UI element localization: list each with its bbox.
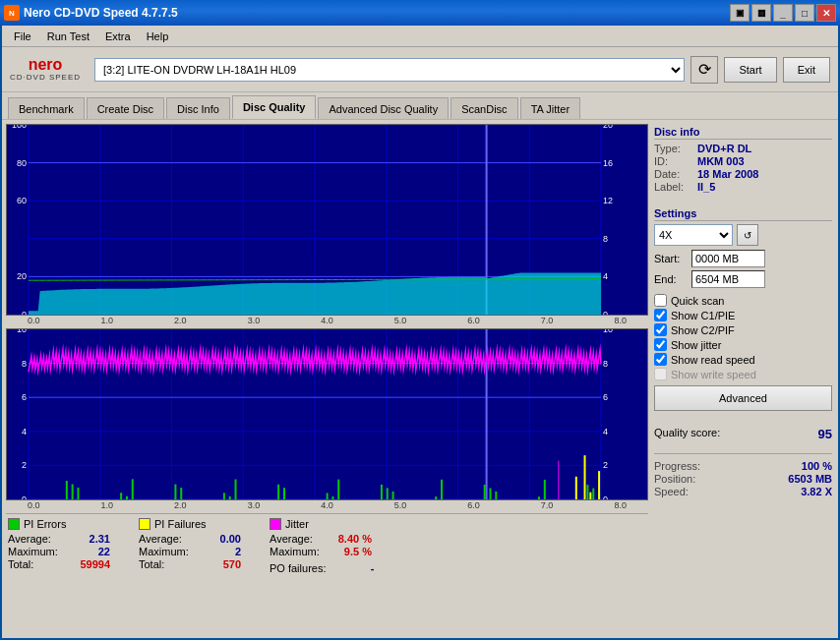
close-button[interactable]: ✕: [816, 4, 836, 22]
start-input-row: Start:: [654, 250, 832, 267]
menu-file[interactable]: File: [6, 29, 39, 44]
maximize-button[interactable]: □: [795, 4, 814, 22]
po-failures-section: PO failures: -: [270, 562, 374, 574]
menu-extra[interactable]: Extra: [97, 29, 139, 44]
advanced-button[interactable]: Advanced: [654, 385, 832, 411]
pi-failures-group: PI Failures Average: 0.00 Maximum: 2 Tot…: [139, 518, 241, 570]
jitter-max-label: Maximum:: [270, 546, 324, 557]
drive-selector[interactable]: [3:2] LITE-ON DVDRW LH-18A1H HL09: [94, 58, 685, 82]
top-x-axis: 0.01.0 2.03.0 4.05.0 6.07.0 8.0: [6, 316, 648, 325]
menu-runtest[interactable]: Run Test: [39, 29, 97, 44]
start-label: Start:: [654, 253, 686, 264]
bottom-chart-canvas: [7, 329, 619, 499]
cb-c2pif: Show C2/PIF: [654, 323, 832, 336]
logo-subtitle: CD·DVD SPEED: [10, 73, 81, 82]
settings-section: Settings 4X ↺ Start: End:: [654, 207, 832, 411]
chart-area: 0.01.0 2.03.0 4.05.0 6.07.0 8.0 0.01.0 2…: [6, 124, 648, 636]
pi-max-label: Maximum:: [8, 546, 62, 557]
quick-scan-checkbox[interactable]: [654, 294, 667, 307]
tab-disc-info[interactable]: Disc Info: [166, 97, 230, 119]
app-logo: nero CD·DVD SPEED: [10, 57, 81, 82]
spacer-2: [654, 415, 832, 419]
show-read-speed-label: Show read speed: [671, 354, 755, 366]
position-row: Position: 6503 MB: [654, 473, 832, 485]
disc-id-row: ID: MKM 003: [654, 155, 832, 167]
show-c2pif-checkbox[interactable]: [654, 323, 667, 336]
right-panel: Disc info Type: DVD+R DL ID: MKM 003 Dat…: [652, 124, 834, 636]
speed-row: Speed: 3.82 X: [654, 486, 832, 497]
progress-label: Progress:: [654, 460, 700, 472]
pi-failures-header: PI Failures: [139, 518, 241, 530]
disc-info-section: Disc info Type: DVD+R DL ID: MKM 003 Dat…: [654, 126, 832, 194]
end-input[interactable]: [691, 270, 765, 288]
disc-id-value: MKM 003: [697, 155, 745, 167]
disc-id-key: ID:: [654, 155, 693, 167]
disc-label-row: Label: II_5: [654, 181, 832, 193]
cb-c1pie: Show C1/PIE: [654, 309, 832, 321]
show-read-speed-checkbox[interactable]: [654, 353, 667, 366]
pif-avg-row: Average: 0.00: [139, 533, 241, 545]
tab-advanced-disc-quality[interactable]: Advanced Disc Quality: [318, 97, 449, 119]
minimize-button[interactable]: _: [773, 4, 793, 22]
pif-avg-value: 0.00: [197, 533, 241, 545]
top-chart-wrapper: 0.01.0 2.03.0 4.05.0 6.07.0 8.0: [6, 124, 648, 325]
speed-value: 3.82 X: [801, 486, 832, 497]
progress-section: Progress: 100 % Position: 6503 MB Speed:…: [654, 460, 832, 498]
jitter-max-value: 9.5 %: [328, 546, 372, 557]
show-c1pie-checkbox[interactable]: [654, 309, 667, 321]
show-jitter-label: Show jitter: [671, 339, 721, 351]
pi-errors-header: PI Errors: [8, 518, 110, 530]
po-failures-value: -: [330, 562, 374, 574]
window-icon-2[interactable]: ▦: [751, 4, 771, 22]
cb-read-speed: Show read speed: [654, 353, 832, 366]
show-write-speed-label: Show write speed: [671, 369, 756, 380]
po-failures-row: PO failures: -: [270, 562, 374, 574]
tab-create-disc[interactable]: Create Disc: [87, 97, 164, 119]
menu-help[interactable]: Help: [139, 29, 177, 44]
refresh-button[interactable]: ⟳: [690, 56, 718, 84]
show-c2pif-label: Show C2/PIF: [671, 324, 735, 336]
jitter-group: Jitter Average: 8.40 % Maximum: 9.5 % PO…: [270, 518, 374, 574]
position-value: 6503 MB: [788, 473, 832, 485]
pi-avg-label: Average:: [8, 533, 62, 545]
tab-benchmark[interactable]: Benchmark: [8, 97, 85, 119]
pif-max-row: Maximum: 2: [139, 546, 241, 557]
quality-label: Quality score:: [654, 427, 720, 441]
pif-avg-label: Average:: [139, 533, 193, 545]
tab-disc-quality[interactable]: Disc Quality: [232, 95, 317, 119]
quick-scan-label: Quick scan: [671, 295, 724, 307]
pi-failures-color: [139, 518, 150, 530]
cb-write-speed: Show write speed: [654, 368, 832, 380]
jitter-max-row: Maximum: 9.5 %: [270, 546, 374, 557]
speed-selector[interactable]: 4X: [654, 224, 733, 246]
pi-errors-group: PI Errors Average: 2.31 Maximum: 22 Tota…: [8, 518, 110, 570]
po-failures-label: PO failures:: [270, 562, 326, 574]
exit-button[interactable]: Exit: [783, 57, 830, 83]
jitter-avg-label: Average:: [270, 533, 324, 545]
pi-total-row: Total: 59994: [8, 558, 110, 570]
window-icon-1[interactable]: ▣: [730, 4, 750, 22]
tab-scandisc[interactable]: ScanDisc: [450, 97, 517, 119]
pi-total-label: Total:: [8, 558, 62, 570]
window-controls: ▣ ▦ _ □ ✕: [730, 4, 836, 22]
cb-jitter: Show jitter: [654, 338, 832, 351]
speed-settings-row: 4X ↺: [654, 224, 832, 246]
pi-max-value: 22: [66, 546, 110, 557]
tab-ta-jitter[interactable]: TA Jitter: [520, 97, 581, 119]
jitter-label: Jitter: [285, 518, 309, 530]
app-icon: N: [4, 5, 20, 21]
start-input[interactable]: [691, 250, 765, 267]
divider-h: [654, 453, 832, 454]
bottom-chart: [6, 328, 648, 500]
show-jitter-checkbox[interactable]: [654, 338, 667, 351]
cb-quick-scan: Quick scan: [654, 294, 832, 307]
show-write-speed-checkbox: [654, 368, 667, 380]
stats-bar: PI Errors Average: 2.31 Maximum: 22 Tota…: [6, 513, 648, 592]
settings-title: Settings: [654, 207, 832, 221]
start-button[interactable]: Start: [724, 57, 776, 83]
pif-total-label: Total:: [139, 558, 193, 570]
pif-total-row: Total: 570: [139, 558, 241, 570]
tab-bar: BenchmarkCreate DiscDisc InfoDisc Qualit…: [2, 92, 838, 120]
settings-icon-btn[interactable]: ↺: [737, 224, 758, 246]
progress-value: 100 %: [802, 460, 832, 472]
